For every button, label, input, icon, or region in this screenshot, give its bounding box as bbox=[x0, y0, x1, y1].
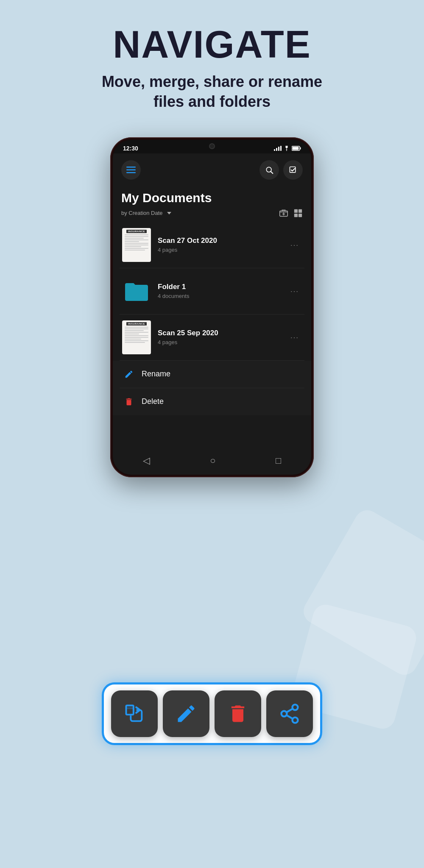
svg-rect-5 bbox=[126, 169, 136, 170]
doc-name: Folder 1 bbox=[158, 283, 287, 291]
svg-rect-17 bbox=[126, 706, 134, 715]
svg-rect-6 bbox=[126, 172, 136, 173]
phone-screen: 12:30 bbox=[113, 140, 311, 475]
more-options-button[interactable]: ⋯ bbox=[287, 236, 302, 253]
folder-icon bbox=[124, 281, 149, 302]
doc-meta: 4 documents bbox=[158, 293, 287, 299]
rename-action-button[interactable] bbox=[163, 690, 209, 737]
navigation-bar: ◁ ○ □ bbox=[113, 450, 311, 475]
svg-rect-16 bbox=[298, 214, 302, 217]
context-menu: Rename Delete bbox=[113, 361, 311, 415]
move-icon bbox=[123, 703, 145, 725]
share-action-button[interactable] bbox=[266, 690, 313, 737]
doc-meta: 4 pages bbox=[158, 339, 287, 345]
hamburger-icon bbox=[126, 167, 136, 173]
sort-by-control[interactable]: by Creation Date bbox=[121, 210, 171, 216]
app-content: My Documents by Creation Date bbox=[113, 153, 311, 450]
context-rename-icon bbox=[123, 368, 135, 380]
trash-icon bbox=[227, 703, 249, 725]
svg-point-20 bbox=[282, 711, 287, 717]
svg-rect-13 bbox=[294, 209, 298, 212]
doc-thumbnail: INSURANCE bbox=[122, 320, 151, 354]
search-icon bbox=[265, 166, 273, 174]
topbar-right bbox=[259, 160, 303, 180]
page-title-section: My Documents by Creation Date bbox=[113, 186, 311, 222]
doc-info: Folder 1 4 documents bbox=[158, 283, 287, 299]
svg-point-19 bbox=[293, 704, 298, 710]
svg-rect-15 bbox=[294, 214, 298, 217]
phone-mockup: 12:30 bbox=[0, 137, 424, 477]
share-icon bbox=[279, 703, 301, 725]
battery-icon bbox=[292, 146, 301, 151]
doc-info: Scan 25 Sep 2020 4 pages bbox=[158, 329, 287, 345]
list-item[interactable]: INSURANCE bbox=[120, 314, 304, 361]
svg-rect-14 bbox=[298, 209, 302, 212]
document-list: INSURANCE bbox=[113, 222, 311, 361]
svg-point-0 bbox=[286, 150, 287, 151]
svg-rect-2 bbox=[300, 147, 301, 149]
context-rename-item[interactable]: Rename bbox=[120, 361, 304, 388]
search-button[interactable] bbox=[259, 160, 279, 180]
folder-thumbnail bbox=[122, 274, 151, 308]
page-title: My Documents bbox=[121, 191, 303, 205]
svg-rect-4 bbox=[126, 167, 136, 168]
context-delete-item[interactable]: Delete bbox=[120, 388, 304, 415]
app-topbar bbox=[113, 153, 311, 186]
status-bar: 12:30 bbox=[113, 140, 311, 153]
svg-line-8 bbox=[271, 171, 273, 173]
more-options-button[interactable]: ⋯ bbox=[287, 329, 302, 346]
svg-rect-3 bbox=[293, 147, 299, 150]
select-button[interactable] bbox=[283, 160, 303, 180]
svg-line-22 bbox=[287, 715, 293, 719]
move-action-button[interactable] bbox=[111, 690, 158, 737]
list-item[interactable]: INSURANCE bbox=[120, 222, 304, 268]
doc-info: Scan 27 Oct 2020 4 pages bbox=[158, 236, 287, 253]
header-section: NAVIGATE Move, merge, share or renamefil… bbox=[0, 0, 424, 129]
grid-view-icon[interactable] bbox=[293, 209, 303, 218]
home-button[interactable]: ○ bbox=[210, 455, 215, 466]
svg-point-21 bbox=[293, 718, 298, 723]
list-item[interactable]: Folder 1 4 documents ⋯ bbox=[120, 268, 304, 314]
svg-rect-9 bbox=[290, 167, 296, 172]
view-controls bbox=[279, 209, 303, 218]
context-delete-icon bbox=[123, 396, 135, 408]
svg-line-23 bbox=[287, 709, 293, 712]
context-delete-label: Delete bbox=[142, 397, 164, 406]
doc-name: Scan 27 Oct 2020 bbox=[158, 236, 287, 245]
chevron-down-icon bbox=[167, 212, 171, 214]
doc-meta: 4 pages bbox=[158, 247, 287, 253]
pencil-icon bbox=[175, 703, 197, 725]
sort-label: by Creation Date bbox=[121, 210, 163, 216]
recent-button[interactable]: □ bbox=[276, 455, 281, 466]
sort-bar: by Creation Date bbox=[121, 209, 303, 218]
context-rename-label: Rename bbox=[142, 370, 170, 378]
camera-notch bbox=[209, 143, 215, 149]
status-time: 12:30 bbox=[123, 145, 138, 152]
doc-name: Scan 25 Sep 2020 bbox=[158, 329, 287, 337]
signal-icon bbox=[274, 146, 282, 151]
action-bar bbox=[102, 682, 322, 745]
status-icons bbox=[274, 146, 301, 151]
delete-action-button[interactable] bbox=[215, 690, 261, 737]
main-title: NAVIGATE bbox=[0, 25, 424, 64]
hamburger-menu-button[interactable] bbox=[121, 160, 141, 180]
phone-body: 12:30 bbox=[110, 137, 314, 477]
checkbox-icon bbox=[289, 166, 297, 174]
add-folder-icon[interactable] bbox=[279, 209, 288, 218]
action-bar-overlay bbox=[102, 682, 322, 745]
subtitle: Move, merge, share or renamefiles and fo… bbox=[0, 72, 424, 112]
svg-rect-18 bbox=[126, 707, 134, 709]
doc-thumbnail: INSURANCE bbox=[122, 228, 151, 262]
wifi-icon bbox=[283, 146, 290, 151]
back-button[interactable]: ◁ bbox=[143, 455, 150, 466]
more-options-button[interactable]: ⋯ bbox=[287, 283, 302, 300]
